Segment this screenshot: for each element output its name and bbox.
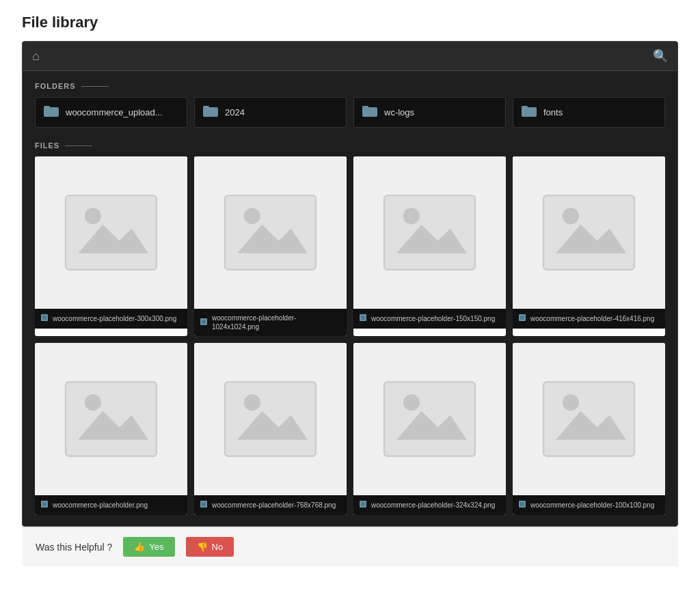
folder-item[interactable]: wc-logs xyxy=(353,97,506,128)
svg-rect-4 xyxy=(362,107,377,117)
file-thumbnail xyxy=(35,156,187,309)
svg-rect-27 xyxy=(520,316,524,320)
svg-rect-0 xyxy=(44,107,59,117)
file-name: woocommerce-placeholder-768x768.png xyxy=(212,501,336,510)
file-name: woocommerce-placeholder-324x324.png xyxy=(371,501,495,510)
file-item[interactable]: woocommerce-placeholder-150x150.png xyxy=(353,156,506,336)
page-wrapper: File library ⌂ 🔍 FOLDERS woocommerce_upl… xyxy=(22,14,678,566)
file-name: woocommerce-placeholder-150x150.png xyxy=(371,314,495,323)
file-name: woocommerce-placeholder-300x300.png xyxy=(53,314,176,323)
file-thumbnail xyxy=(513,156,665,309)
svg-point-30 xyxy=(85,394,101,411)
folders-row: woocommerce_upload... 2024 wc-logs xyxy=(35,97,665,128)
file-item[interactable]: woocommerce-placeholder-768x768.png xyxy=(194,343,347,515)
svg-rect-7 xyxy=(522,106,528,109)
folder-name: 2024 xyxy=(225,107,245,117)
svg-rect-6 xyxy=(522,107,537,117)
svg-rect-47 xyxy=(520,502,524,506)
file-info-bar: woocommerce-placeholder-300x300.png xyxy=(35,309,187,329)
file-type-icon xyxy=(40,500,49,510)
file-item[interactable]: woocommerce-placeholder-300x300.png xyxy=(35,156,187,336)
search-icon[interactable]: 🔍 xyxy=(653,48,668,64)
file-item[interactable]: woocommerce-placeholder-324x324.png xyxy=(353,343,506,515)
file-info-bar: woocommerce-placeholder.png xyxy=(35,495,187,515)
file-info-bar: woocommerce-placeholder-768x768.png xyxy=(194,495,347,515)
folder-icon xyxy=(362,105,377,120)
no-button[interactable]: 👎 No xyxy=(186,537,234,557)
folder-icon xyxy=(522,105,537,120)
file-type-icon xyxy=(518,314,526,324)
svg-point-10 xyxy=(85,208,101,224)
file-thumbnail xyxy=(353,156,506,309)
file-item[interactable]: woocommerce-placeholder-416x416.png xyxy=(513,156,665,336)
no-label: No xyxy=(212,542,224,552)
file-thumbnail xyxy=(35,343,187,495)
file-item[interactable]: woocommerce-placeholder-100x100.png xyxy=(513,343,665,515)
file-info-bar: woocommerce-placeholder-1024x1024.png xyxy=(194,309,347,336)
svg-rect-22 xyxy=(361,316,365,320)
file-info-bar: woocommerce-placeholder-324x324.png xyxy=(353,495,506,515)
file-thumbnail xyxy=(194,343,347,495)
helpful-text: Was this Helpful ? xyxy=(36,542,112,553)
file-name: woocommerce-placeholder.png xyxy=(53,501,148,510)
svg-point-35 xyxy=(244,394,260,411)
file-thumbnail xyxy=(353,343,506,495)
file-info-bar: woocommerce-placeholder-150x150.png xyxy=(353,309,506,329)
svg-point-25 xyxy=(563,208,579,224)
svg-rect-12 xyxy=(42,316,46,320)
folder-name: fonts xyxy=(543,107,563,117)
file-info-bar: woocommerce-placeholder-100x100.png xyxy=(513,495,665,515)
svg-point-45 xyxy=(563,394,579,411)
folder-item[interactable]: 2024 xyxy=(194,97,347,128)
folder-item[interactable]: fonts xyxy=(513,97,665,128)
file-info-bar: woocommerce-placeholder-416x416.png xyxy=(513,309,665,329)
content-area: FOLDERS woocommerce_upload... 2024 xyxy=(23,71,677,526)
home-icon[interactable]: ⌂ xyxy=(32,49,40,64)
file-item[interactable]: woocommerce-placeholder-1024x1024.png xyxy=(194,156,347,336)
files-grid: woocommerce-placeholder-300x300.png wooc… xyxy=(35,156,665,515)
page-title: File library xyxy=(22,14,678,31)
file-library-container: ⌂ 🔍 FOLDERS woocommerce_upload... xyxy=(22,41,678,527)
svg-point-40 xyxy=(403,394,420,411)
svg-rect-32 xyxy=(42,502,46,506)
svg-rect-42 xyxy=(361,502,365,506)
top-bar: ⌂ 🔍 xyxy=(23,42,677,71)
thumbs-up-icon: 👍 xyxy=(134,542,145,552)
svg-rect-3 xyxy=(203,106,209,109)
file-thumbnail xyxy=(194,156,347,309)
folder-icon xyxy=(44,105,59,120)
file-type-icon xyxy=(359,500,367,510)
folder-name: wc-logs xyxy=(384,107,414,117)
svg-point-20 xyxy=(403,208,420,224)
file-type-icon xyxy=(200,318,208,328)
file-name: woocommerce-placeholder-1024x1024.png xyxy=(212,314,341,331)
file-type-icon xyxy=(40,314,49,324)
file-name: woocommerce-placeholder-100x100.png xyxy=(530,501,654,510)
yes-label: Yes xyxy=(149,542,163,552)
svg-rect-37 xyxy=(202,502,206,506)
file-name: woocommerce-placeholder-416x416.png xyxy=(530,314,654,323)
svg-rect-2 xyxy=(203,107,218,117)
svg-rect-5 xyxy=(362,106,368,109)
folder-name: woocommerce_upload... xyxy=(66,107,163,117)
folders-label: FOLDERS xyxy=(35,82,665,90)
file-item[interactable]: woocommerce-placeholder.png xyxy=(35,343,187,515)
footer-bar: Was this Helpful ? 👍 Yes 👎 No xyxy=(22,527,678,566)
svg-point-15 xyxy=(244,208,260,224)
yes-button[interactable]: 👍 Yes xyxy=(123,537,174,557)
svg-rect-17 xyxy=(202,320,206,324)
svg-rect-1 xyxy=(44,106,50,109)
file-type-icon xyxy=(200,500,208,510)
file-type-icon xyxy=(359,314,367,324)
thumbs-down-icon: 👎 xyxy=(197,542,208,552)
file-type-icon xyxy=(518,500,526,510)
folder-icon xyxy=(203,105,218,120)
files-label: FILES xyxy=(35,141,665,150)
file-thumbnail xyxy=(513,343,665,495)
folder-item[interactable]: woocommerce_upload... xyxy=(35,97,187,128)
